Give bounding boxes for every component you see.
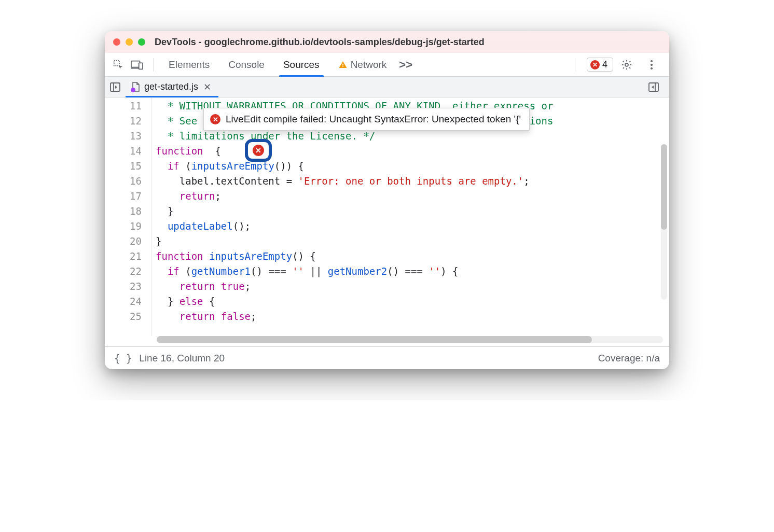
toolbar-divider	[154, 58, 154, 72]
error-tooltip: ✕ LiveEdit compile failed: Uncaught Synt…	[203, 108, 530, 131]
error-marker-highlight: ✕	[245, 139, 272, 162]
file-tab-label: get-started.js	[144, 81, 198, 92]
code-content[interactable]: * WITHOUT WARRANTIES OR CONDITIONS OF AN…	[151, 97, 669, 336]
statusbar: { } Line 16, Column 20 Coverage: n/a	[105, 346, 669, 369]
tab-console[interactable]: Console	[219, 53, 274, 76]
svg-rect-3	[139, 63, 143, 69]
svg-rect-0	[114, 60, 119, 65]
editor-area: 111213141516171819202122232425 * WITHOUT…	[105, 97, 669, 336]
maximize-window-button[interactable]	[138, 38, 145, 46]
coverage-status: Coverage: n/a	[598, 353, 660, 364]
warning-icon	[338, 60, 348, 69]
devtools-window: DevTools - googlechrome.github.io/devtoo…	[105, 31, 669, 369]
minimize-window-button[interactable]	[126, 38, 133, 46]
error-tooltip-message: LiveEdit compile failed: Uncaught Syntax…	[226, 114, 521, 125]
pretty-print-button[interactable]: { }	[114, 353, 132, 364]
window-title: DevTools - googlechrome.github.io/devtoo…	[155, 37, 485, 48]
titlebar[interactable]: DevTools - googlechrome.github.io/devtoo…	[105, 31, 669, 53]
cursor-position: Line 16, Column 20	[139, 353, 225, 364]
tab-network[interactable]: Network	[329, 53, 396, 76]
panel-tabs: Elements Console Sources Network	[159, 53, 396, 76]
error-count-pill[interactable]: ✕ 4	[587, 58, 613, 72]
debugger-toggle-icon[interactable]	[648, 82, 659, 92]
svg-rect-4	[342, 63, 343, 65]
horizontal-scrollbar[interactable]	[157, 336, 663, 343]
error-count-value: 4	[602, 59, 607, 70]
horizontal-scrollbar-thumb[interactable]	[157, 336, 592, 343]
code-editor[interactable]: 111213141516171819202122232425 * WITHOUT…	[105, 97, 669, 336]
tab-elements[interactable]: Elements	[159, 53, 219, 76]
modified-dot-icon	[131, 88, 135, 92]
svg-point-9	[651, 67, 653, 69]
tab-sources[interactable]: Sources	[274, 53, 329, 76]
settings-icon[interactable]	[619, 58, 634, 72]
more-tabs-button[interactable]: >>	[396, 58, 416, 72]
file-icon	[132, 82, 140, 92]
navigator-toggle-icon[interactable]	[110, 82, 120, 92]
device-toolbar-icon[interactable]	[130, 58, 144, 72]
kebab-menu-icon[interactable]	[644, 58, 659, 72]
file-tab-get-started[interactable]: get-started.js ✕	[126, 77, 218, 97]
close-tab-button[interactable]: ✕	[202, 81, 212, 93]
toolbar-divider-right	[575, 58, 575, 72]
svg-rect-5	[342, 66, 343, 67]
sources-tabbar: get-started.js ✕	[105, 77, 669, 97]
vertical-scrollbar-thumb[interactable]	[661, 144, 667, 230]
close-window-button[interactable]	[113, 38, 120, 46]
main-toolbar: Elements Console Sources Network >> ✕ 4	[105, 53, 669, 77]
svg-point-7	[651, 60, 653, 62]
vertical-scrollbar[interactable]	[661, 144, 667, 300]
error-icon: ✕	[590, 60, 600, 69]
inspect-icon[interactable]	[111, 58, 126, 72]
error-icon: ✕	[210, 114, 220, 124]
tab-network-label: Network	[351, 59, 387, 71]
svg-point-6	[625, 63, 628, 66]
traffic-lights	[113, 38, 145, 46]
line-gutter[interactable]: 111213141516171819202122232425	[105, 97, 151, 336]
error-icon[interactable]: ✕	[253, 145, 264, 156]
svg-point-8	[651, 64, 653, 66]
